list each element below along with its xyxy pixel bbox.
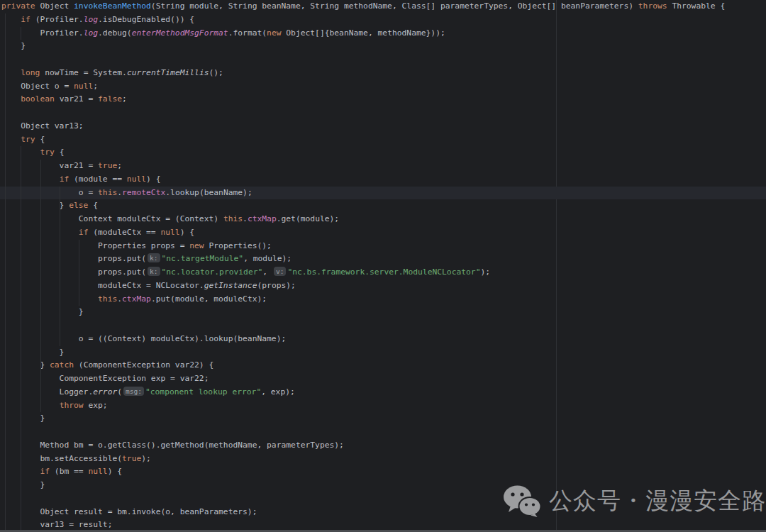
code-token[interactable]: log (84, 28, 98, 38)
code-token[interactable]: null (160, 228, 179, 237)
code-token[interactable]: props.put( (1, 254, 146, 263)
inlay-hint[interactable]: k: (148, 253, 160, 262)
code-token[interactable]: o = (1, 188, 98, 197)
code-token[interactable]: o = ((Context) moduleCtx).lookup(beanNam… (1, 334, 286, 343)
code-token[interactable]: Object (40, 1, 74, 11)
code-token[interactable]: this (98, 188, 117, 197)
code-token[interactable]: , (262, 267, 272, 277)
code-token[interactable]: (ComponentException var22) { (74, 360, 213, 370)
code-token[interactable]: } (1, 201, 69, 210)
code-token[interactable]: Object o = (1, 82, 74, 91)
code-token[interactable]: ) { (146, 174, 160, 184)
code-token[interactable]: ); (141, 454, 151, 463)
code-line[interactable]: props.put(k:"nc.locator.provider", v:"nc… (0, 266, 766, 279)
code-token[interactable]: (String module, String beanName, String … (151, 1, 638, 11)
code-line[interactable]: Properties props = new Properties(); (0, 240, 766, 253)
code-token[interactable]: { (88, 201, 98, 210)
code-token[interactable]: null (88, 467, 107, 476)
code-token[interactable]: Logger. (1, 387, 93, 397)
code-token[interactable]: Properties(); (204, 241, 272, 250)
code-line[interactable]: } (0, 306, 766, 319)
code-token[interactable] (1, 401, 60, 410)
code-line[interactable] (0, 319, 766, 333)
code-line[interactable]: long nowTime = System.currentTimeMillis(… (0, 67, 766, 80)
code-token[interactable]: try (21, 135, 35, 144)
inlay-hint[interactable]: v: (274, 267, 286, 276)
code-line[interactable]: if (moduleCtx == null) { (0, 226, 766, 240)
code-line[interactable] (0, 106, 766, 120)
code-line[interactable]: this.ctxMap.put(module, moduleCtx); (0, 293, 766, 306)
code-token[interactable]: log (84, 15, 98, 24)
code-line[interactable]: private Object invokeBeanMethod(String m… (0, 0, 766, 13)
code-token[interactable]: (props); (257, 281, 295, 290)
code-line[interactable]: Context moduleCtx = (Context) this.ctxMa… (0, 213, 766, 226)
code-line[interactable]: o = ((Context) moduleCtx).lookup(beanNam… (0, 333, 766, 346)
code-line-current[interactable]: o = this.remoteCtx.lookup(beanName); (0, 187, 766, 200)
code-token[interactable]: ( (117, 387, 122, 397)
code-token[interactable]: Object var13; (1, 121, 84, 131)
code-token[interactable]: null (74, 82, 93, 91)
code-line[interactable]: Profiler.log.debug(enterMethodMsgFormat.… (0, 27, 766, 40)
code-line[interactable]: try { (0, 146, 766, 160)
code-token[interactable]: "nc.bs.framework.server.ModuleNCLocator" (287, 267, 480, 277)
code-token[interactable]: bm.setAccessible( (1, 454, 122, 463)
code-token[interactable]: ; (122, 94, 127, 104)
code-line[interactable]: } catch (ComponentException var22) { (0, 359, 766, 372)
code-token[interactable]: . (243, 214, 248, 223)
code-token[interactable]: if (40, 467, 50, 476)
code-token[interactable]: currentTimeMillis (127, 68, 209, 77)
code-token[interactable]: { (35, 135, 45, 144)
code-token[interactable]: exp; (84, 401, 108, 410)
code-line[interactable]: } (0, 40, 766, 53)
code-editor[interactable]: private Object invokeBeanMethod(String m… (0, 0, 766, 532)
code-line[interactable]: Object var13; (0, 120, 766, 133)
code-token[interactable]: var21 = (1, 161, 98, 170)
code-line[interactable]: } else { (0, 199, 766, 213)
code-token[interactable]: if (60, 174, 70, 184)
code-token[interactable]: (module == (69, 174, 127, 184)
code-token[interactable]: null (127, 174, 146, 184)
code-token[interactable]: else (69, 201, 88, 210)
code-token[interactable]: "nc.locator.provider" (162, 267, 263, 277)
code-token[interactable]: Object[]{beanName, methodName})); (282, 28, 445, 38)
code-line[interactable] (0, 426, 766, 439)
code-line[interactable]: Object o = null; (0, 80, 766, 94)
code-token[interactable]: Properties props = (1, 241, 189, 250)
code-token[interactable]: var13 = result; (1, 520, 112, 529)
code-line[interactable]: var21 = true; (0, 160, 766, 173)
code-line[interactable]: } (0, 412, 766, 426)
code-token[interactable]: "nc.targetModule" (162, 254, 244, 263)
code-token[interactable] (1, 294, 98, 304)
code-line[interactable]: boolean var21 = false; (0, 93, 766, 106)
code-token[interactable]: } (1, 360, 50, 370)
code-lines[interactable]: private Object invokeBeanMethod(String m… (0, 0, 766, 532)
code-line[interactable]: bm.setAccessible(true); (0, 453, 766, 466)
code-token[interactable]: ; (93, 82, 98, 91)
code-token[interactable]: Profiler. (1, 28, 84, 38)
code-token[interactable]: (Profiler. (30, 15, 84, 24)
code-token[interactable]: ctxMap (122, 294, 151, 304)
code-token[interactable]: Method bm = o.getClass().getMethod(metho… (1, 440, 344, 450)
code-token[interactable]: ); (480, 267, 490, 277)
code-token[interactable]: try (40, 148, 54, 157)
code-token[interactable]: ) { (180, 228, 194, 237)
code-token[interactable]: ComponentException exp = var22; (1, 374, 209, 383)
code-line[interactable]: if (Profiler.log.isDebugEnabled()) { (0, 13, 766, 27)
code-token[interactable]: enterMethodMsgFormat (132, 28, 228, 38)
code-token[interactable]: true (122, 454, 141, 463)
code-token[interactable]: ) { (108, 467, 122, 476)
code-token[interactable]: ; (117, 161, 122, 170)
code-token[interactable]: .get(module); (277, 214, 339, 223)
code-line[interactable]: Method bm = o.getClass().getMethod(metho… (0, 439, 766, 453)
code-token[interactable]: Context moduleCtx = (Context) (1, 214, 223, 223)
code-token[interactable]: .isDebugEnabled()) { (98, 15, 194, 24)
code-line[interactable]: if (module == null) { (0, 173, 766, 187)
code-token[interactable]: (); (209, 68, 223, 77)
code-token[interactable]: invokeBeanMethod (74, 1, 151, 11)
code-token[interactable]: error (93, 387, 117, 397)
code-token[interactable]: if (21, 15, 30, 24)
code-token[interactable]: new (267, 28, 281, 38)
code-token[interactable]: throws (638, 1, 667, 11)
code-token[interactable]: .lookup(beanName); (165, 188, 252, 197)
code-line[interactable] (0, 53, 766, 67)
